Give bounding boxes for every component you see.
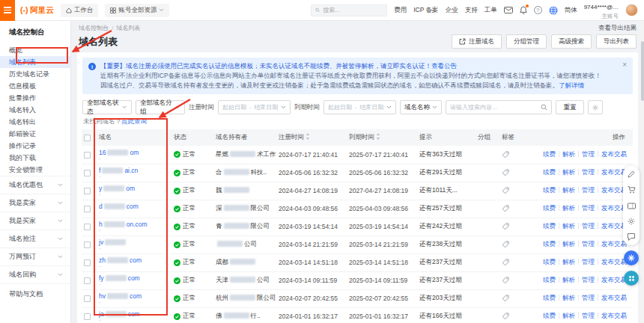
sidebar-item-help-docs[interactable]: 帮助与文档 [0, 283, 70, 304]
op-manage[interactable]: 管理 [582, 222, 595, 230]
export-list-button[interactable]: 导出列表 [596, 34, 637, 49]
sidebar-item-info-template[interactable]: 信息模板 [0, 80, 70, 92]
expire-time-range-picker[interactable]: 起始日期-结束日期 [323, 100, 396, 114]
op-manage[interactable]: 管理 [582, 168, 595, 176]
domain-link[interactable]: zhcom [99, 256, 171, 264]
row-checkbox[interactable] [84, 242, 91, 248]
table-search-input[interactable] [450, 104, 538, 111]
gear-icon[interactable] [626, 216, 637, 227]
language-globe-icon[interactable] [549, 6, 558, 15]
column-settings-button[interactable] [588, 100, 603, 114]
nav-link-support[interactable]: 支持 [465, 6, 478, 15]
query-here-link[interactable]: 点此查询 [121, 117, 147, 125]
domain-link[interactable]: jv [99, 239, 171, 246]
row-checkbox[interactable] [84, 170, 91, 176]
op-publish-trade[interactable]: 发布交易 [601, 312, 627, 319]
account-scope-select[interactable]: 账号全部资源 [105, 4, 169, 17]
sidebar-item-transfer-in[interactable]: 域名转入 [0, 104, 70, 116]
search-field-select[interactable]: 域名名称 [400, 100, 442, 114]
mail-icon[interactable] [504, 7, 513, 13]
op-renew[interactable]: 续费 [543, 150, 556, 158]
row-checkbox[interactable] [84, 188, 91, 194]
tag-icon[interactable] [502, 313, 509, 320]
header-register-time[interactable]: 注册时间 [276, 129, 347, 146]
op-resolve[interactable]: 解析 [562, 222, 575, 230]
op-renew[interactable]: 续费 [543, 204, 556, 212]
domain-link[interactable]: jacom [99, 310, 171, 318]
avatar[interactable] [625, 4, 638, 16]
tag-icon[interactable] [502, 241, 509, 248]
row-checkbox[interactable] [84, 152, 91, 159]
account-menu[interactable]: 9744****@… 主账号 [584, 1, 619, 19]
row-checkbox[interactable] [84, 313, 91, 320]
sidebar-group-seller[interactable]: 我是卖家 [0, 194, 70, 212]
learn-more-link[interactable]: 了解详情 [559, 81, 584, 89]
domain-link[interactable]: yom [99, 185, 171, 192]
op-renew[interactable]: 续费 [543, 240, 556, 247]
help-icon[interactable]: ? [534, 6, 542, 14]
bell-icon[interactable] [520, 6, 527, 14]
assistant-star-button[interactable] [624, 250, 639, 265]
sidebar-item-downloads[interactable]: 我的下载 [0, 152, 70, 164]
op-manage[interactable]: 管理 [582, 294, 595, 301]
sidebar-item-transfer-out[interactable]: 域名转出 [0, 116, 70, 128]
row-checkbox[interactable] [84, 295, 91, 302]
op-resolve[interactable]: 解析 [562, 312, 575, 319]
op-renew[interactable]: 续费 [543, 168, 556, 176]
op-renew[interactable]: 续费 [543, 258, 556, 265]
domain-link[interactable]: fai.cn [99, 167, 171, 174]
reset-button[interactable]: 重置 [556, 100, 584, 114]
view-announcement-link[interactable]: 查看公告 [431, 62, 457, 70]
domain-link[interactable]: hon.com [99, 221, 171, 228]
domain-status-select[interactable]: 全部域名状态 [82, 100, 132, 114]
edit-pencil-icon[interactable] [626, 169, 637, 179]
view-export-result-link[interactable]: 查看导出结果 [598, 24, 637, 33]
op-resolve[interactable]: 解析 [562, 294, 575, 301]
op-publish-trade[interactable]: 发布交易 [601, 294, 627, 301]
register-time-range-picker[interactable]: 起始日期-结束日期 [218, 100, 291, 114]
sort-icon[interactable] [306, 133, 310, 140]
tag-icon[interactable] [502, 277, 509, 284]
tag-icon[interactable] [502, 259, 509, 266]
domain-group-select[interactable]: 全部域名分组 [136, 100, 185, 114]
op-resolve[interactable]: 解析 [562, 258, 575, 265]
nav-link-enterprise[interactable]: 企业 [446, 6, 458, 15]
tag-icon[interactable] [502, 169, 509, 176]
op-renew[interactable]: 续费 [543, 186, 556, 194]
op-manage[interactable]: 管理 [582, 186, 595, 194]
group-manage-button[interactable]: 分组管理 [506, 34, 547, 49]
op-manage[interactable]: 管理 [582, 312, 595, 319]
tag-icon[interactable] [502, 187, 509, 194]
feedback-chat-icon[interactable] [626, 232, 637, 242]
global-search-box[interactable] [311, 4, 387, 16]
domain-link[interactable]: dcom [99, 203, 171, 210]
aliyun-logo[interactable]: (-) 阿里云 [20, 5, 54, 16]
sidebar-item-overview[interactable]: 概览 [0, 44, 70, 56]
domain-link[interactable]: fycom [99, 274, 171, 282]
sidebar-item-history[interactable]: 历史域名记录 [0, 68, 70, 80]
table-search-box[interactable] [446, 100, 552, 114]
advanced-search-button[interactable]: 高级搜索 [551, 34, 592, 49]
domain-link[interactable]: hvcom [99, 292, 171, 300]
row-checkbox[interactable] [84, 206, 91, 212]
breadcrumb-root[interactable]: 域名控制台 [79, 25, 109, 31]
coupon-icon[interactable] [626, 200, 637, 211]
op-manage[interactable]: 管理 [582, 150, 595, 158]
banner-close-icon[interactable]: × [622, 61, 627, 69]
row-checkbox[interactable] [84, 224, 91, 230]
nav-link-tickets[interactable]: 工单 [484, 6, 497, 15]
sidebar-item-security[interactable]: 安全锁管理 [0, 164, 70, 176]
sidebar-group-discount[interactable]: 域名优惠包 [0, 176, 70, 194]
op-renew[interactable]: 续费 [543, 294, 556, 301]
row-checkbox[interactable] [84, 259, 91, 266]
header-expire-time[interactable]: 到期时间 [347, 129, 417, 146]
nav-link-billing[interactable]: 费用 [394, 6, 407, 15]
tag-icon[interactable] [502, 295, 509, 302]
sidebar-group-buyer[interactable]: 我是买家 [0, 212, 70, 230]
page-scrollbar-track[interactable] [640, 21, 644, 323]
sidebar-item-email-verify[interactable]: 邮箱验证 [0, 128, 70, 140]
sidebar-group-backorder[interactable]: 域名抢注 [0, 230, 70, 247]
select-all-checkbox[interactable] [84, 135, 91, 141]
op-resolve[interactable]: 解析 [562, 150, 575, 158]
op-publish-trade[interactable]: 发布交易 [601, 150, 627, 158]
